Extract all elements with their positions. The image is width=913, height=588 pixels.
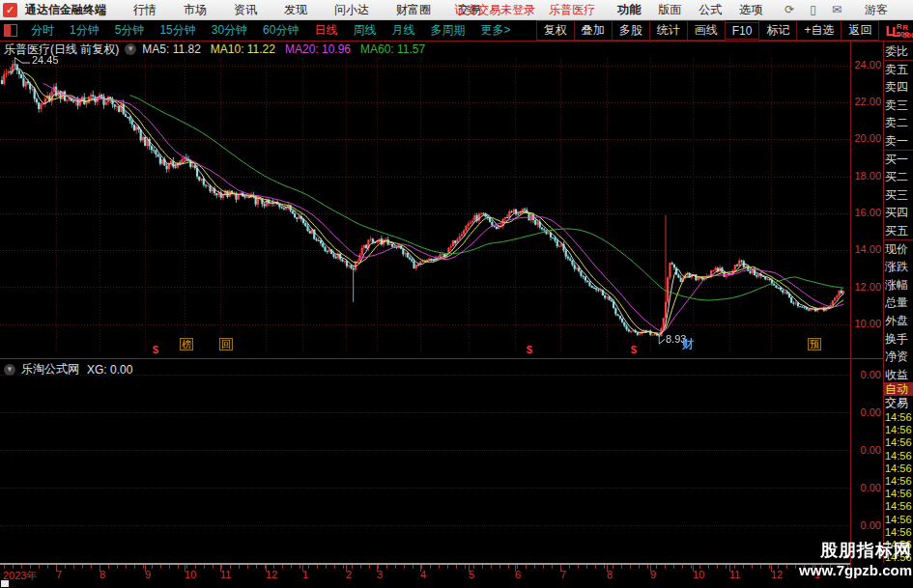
month-label: 9 bbox=[650, 569, 656, 580]
quote-row[interactable]: 收益 bbox=[885, 366, 913, 384]
sidebar-tab[interactable]: 自动 bbox=[884, 382, 913, 396]
menu-item[interactable]: 版面 bbox=[649, 2, 690, 18]
menu-item[interactable]: 财富圈 bbox=[383, 2, 444, 18]
quote-row[interactable]: 总量 bbox=[885, 294, 913, 312]
quote-row[interactable]: 卖五 bbox=[885, 61, 913, 79]
month-label: 8 bbox=[607, 569, 613, 580]
sidebar-tab[interactable]: 交易 bbox=[884, 396, 913, 409]
menu-item[interactable]: 功能 bbox=[609, 2, 649, 18]
menu-item[interactable]: 行情 bbox=[120, 2, 170, 18]
period-tab[interactable]: 日线 bbox=[306, 22, 345, 39]
ma-labels: MA5: 11.82MA10: 11.22MA20: 10.96MA60: 11… bbox=[142, 42, 435, 56]
toolbar-button[interactable]: 返回 bbox=[841, 20, 879, 41]
chevron-down-icon[interactable]: ▼ bbox=[125, 43, 136, 55]
kline-chart-canvas[interactable] bbox=[0, 56, 850, 355]
main-menu: 通达信金融终端行情市场资讯发现问小达财富圈交易 bbox=[23, 2, 495, 18]
trade-time: 14:56 bbox=[885, 436, 913, 449]
toolbar-button[interactable]: 复权 bbox=[536, 20, 575, 41]
menu-item[interactable]: 资讯 bbox=[220, 2, 271, 18]
event-marker-buyback[interactable]: 回 bbox=[219, 338, 233, 350]
login-status[interactable]: 证券交易未登录 bbox=[454, 2, 535, 18]
quote-row[interactable]: 买二 bbox=[885, 168, 913, 186]
period-tab[interactable]: 30分钟 bbox=[204, 22, 255, 39]
sidebar-layout-switch[interactable]: L R 500 bbox=[892, 23, 913, 40]
menu-item[interactable]: 选项 bbox=[730, 2, 771, 18]
chart-right-border bbox=[850, 42, 851, 580]
layout-switch-icon[interactable] bbox=[4, 24, 17, 37]
event-marker-lhb[interactable]: 榜 bbox=[180, 338, 193, 350]
refresh-icon[interactable]: ⟳ bbox=[777, 3, 802, 16]
menu-item[interactable]: 发现 bbox=[271, 2, 321, 18]
toolbar-button[interactable]: +自选 bbox=[796, 20, 842, 41]
period-tab[interactable]: 15分钟 bbox=[152, 22, 203, 39]
period-tab[interactable]: 月线 bbox=[384, 22, 422, 39]
quote-row[interactable]: 卖三 bbox=[885, 97, 913, 115]
period-tab[interactable]: 60分钟 bbox=[255, 22, 306, 39]
period-tab[interactable]: 5分钟 bbox=[107, 22, 153, 39]
toolbar-button[interactable]: F10 bbox=[725, 22, 760, 40]
price-axis-label: 12.00 bbox=[851, 281, 881, 293]
chart-title: 乐普医疗(日线 前复权) bbox=[4, 42, 119, 58]
quote-row[interactable]: 买三 bbox=[885, 186, 913, 205]
chevron-down-icon[interactable]: ▼ bbox=[4, 364, 15, 376]
quote-row[interactable]: 卖四 bbox=[885, 78, 913, 97]
menubar-icons: ⟳▯✉ bbox=[777, 3, 849, 16]
price-axis-label: 22.00 bbox=[851, 96, 881, 107]
current-stock-name[interactable]: 乐普医疗 bbox=[549, 2, 595, 18]
toolbar-button[interactable]: 叠加 bbox=[574, 20, 613, 41]
quote-row[interactable]: 买四 bbox=[885, 204, 913, 222]
month-label: 7 bbox=[56, 569, 62, 580]
quote-row[interactable]: 换手 bbox=[885, 330, 913, 349]
period-tabs: 分时1分钟5分钟15分钟30分钟60分钟日线周线月线多周期更多> bbox=[23, 22, 518, 39]
price-annotation: 24.45 bbox=[32, 54, 59, 66]
month-label: 6 bbox=[515, 569, 521, 580]
menu-item[interactable]: 问小达 bbox=[321, 2, 383, 18]
event-marker-dividend[interactable]: $ bbox=[527, 345, 532, 355]
user-guest-label[interactable]: 游客 bbox=[855, 2, 888, 18]
menu-item[interactable]: 市场 bbox=[170, 2, 220, 18]
period-tab[interactable]: 更多> bbox=[472, 22, 518, 39]
quote-row[interactable]: 卖二 bbox=[885, 114, 913, 132]
event-marker-report[interactable]: 财 bbox=[682, 339, 694, 350]
event-marker-forecast[interactable]: 预 bbox=[808, 338, 821, 350]
chart-header: 乐普医疗(日线 前复权) ▼ MA5: 11.82MA10: 11.22MA20… bbox=[4, 42, 435, 56]
toolbar-button[interactable]: 统计 bbox=[649, 20, 688, 41]
quote-row[interactable]: 买一 bbox=[885, 151, 913, 169]
month-label: 11 bbox=[729, 569, 740, 580]
quote-row[interactable]: 买五 bbox=[885, 222, 913, 240]
menu-item[interactable]: 公式 bbox=[690, 2, 730, 18]
statusbar-nub bbox=[1, 580, 9, 587]
trade-time: 14:56 bbox=[885, 526, 913, 539]
indicator-axis-label: 0.00 bbox=[851, 519, 881, 531]
period-tab[interactable]: 多周期 bbox=[422, 22, 472, 39]
tdx-terminal-window: ✓ 通达信金融终端行情市场资讯发现问小达财富圈交易 证券交易未登录 乐普医疗 功… bbox=[0, 0, 913, 588]
quote-row[interactable]: 外盘 bbox=[885, 312, 913, 330]
period-tab[interactable]: 周线 bbox=[345, 22, 384, 39]
period-tab[interactable]: 1分钟 bbox=[62, 22, 107, 39]
panel-divider[interactable] bbox=[0, 358, 883, 359]
month-label: 1 bbox=[302, 569, 308, 580]
mail-icon[interactable]: ✉ bbox=[824, 3, 849, 16]
quote-row[interactable]: 现价 bbox=[885, 240, 913, 259]
MA60: MA60: 11.57 bbox=[360, 42, 425, 56]
menu-item[interactable]: 通达信金融终端 bbox=[23, 2, 120, 18]
toolbar-button[interactable]: 标记 bbox=[758, 20, 797, 41]
month-label: 4 bbox=[420, 569, 426, 580]
event-marker-dividend[interactable]: $ bbox=[153, 345, 158, 355]
event-marker-dividend[interactable]: $ bbox=[631, 345, 637, 355]
quote-row[interactable]: 委比 bbox=[885, 42, 913, 61]
month-label: 11 bbox=[220, 569, 231, 580]
quote-row[interactable]: 涨跌 bbox=[885, 258, 913, 276]
month-label: 2 bbox=[346, 569, 352, 580]
MA5: MA5: 11.82 bbox=[142, 42, 200, 56]
toolbar-button[interactable]: 多股 bbox=[612, 20, 650, 41]
toolbar-buttons: 复权叠加多股统计画线F10标记+自选返回 bbox=[537, 20, 880, 41]
quote-row[interactable]: 涨幅 bbox=[885, 276, 913, 294]
quote-row[interactable]: 净资 bbox=[885, 348, 913, 366]
quote-row[interactable]: 卖一 bbox=[885, 132, 913, 151]
toolbar-button[interactable]: 画线 bbox=[687, 20, 726, 41]
MA10: MA10: 11.22 bbox=[211, 42, 275, 56]
trade-time: 14:56 bbox=[885, 488, 913, 500]
mobile-icon[interactable]: ▯ bbox=[802, 3, 824, 16]
period-tab[interactable]: 分时 bbox=[23, 22, 62, 39]
